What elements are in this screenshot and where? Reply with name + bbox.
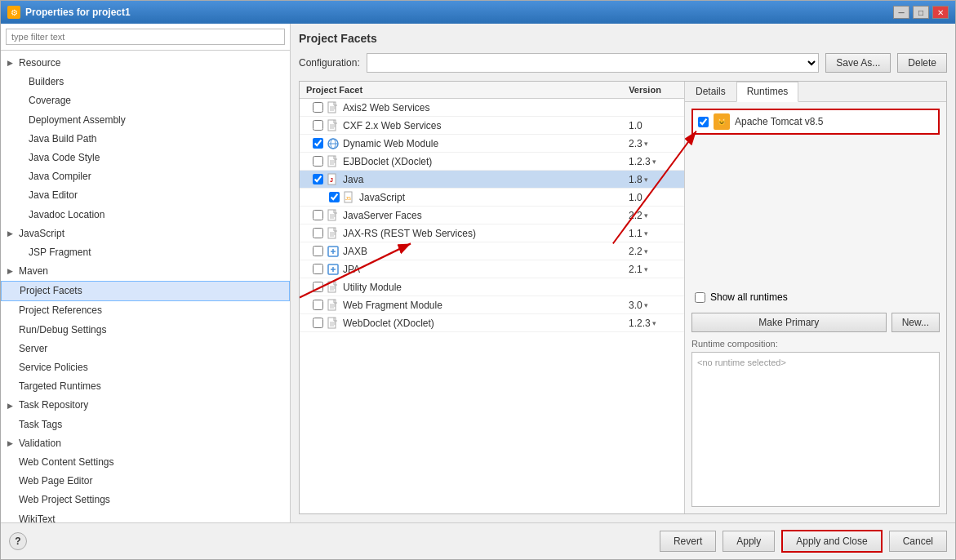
facet-checkbox[interactable]: [313, 228, 323, 238]
facet-checkbox[interactable]: [313, 156, 323, 167]
facet-row[interactable]: EJBDoclet (XDoclet) 1.2.3 ▾: [300, 153, 684, 171]
facet-type-icon: J: [327, 173, 340, 186]
nav-item-resource[interactable]: ▶Resource: [1, 54, 290, 73]
facet-row[interactable]: JAXB 2.2 ▾: [300, 242, 684, 260]
new-runtime-button[interactable]: New...: [892, 313, 940, 332]
version-dropdown-arrow[interactable]: ▾: [652, 319, 656, 327]
search-input[interactable]: [6, 29, 285, 45]
col-header-version: Version: [612, 85, 678, 95]
nav-item-deployment-assembly[interactable]: Deployment Assembly: [1, 111, 290, 130]
nav-item-web-project-settings[interactable]: Web Project Settings: [1, 491, 290, 509]
save-as-button[interactable]: Save As...: [825, 53, 891, 73]
runtime-checkbox[interactable]: [698, 117, 709, 127]
expand-arrow: ▶: [7, 265, 16, 277]
facet-row[interactable]: Web Fragment Module 3.0 ▾: [300, 296, 684, 314]
facet-checkbox[interactable]: [313, 264, 323, 274]
facet-version: 2.3 ▾: [629, 138, 678, 149]
facet-row[interactable]: Axis2 Web Services: [300, 99, 684, 117]
tab-details[interactable]: Details: [685, 82, 736, 101]
help-button[interactable]: ?: [9, 532, 27, 550]
apply-close-button[interactable]: Apply and Close: [781, 530, 882, 553]
cancel-button[interactable]: Cancel: [889, 531, 947, 552]
maximize-button[interactable]: □: [913, 6, 929, 19]
nav-item-label: Java Editor: [29, 188, 78, 203]
facet-type-icon: [327, 137, 340, 150]
nav-item-project-references[interactable]: Project References: [1, 301, 290, 320]
nav-item-label: Project Facets: [20, 283, 82, 299]
nav-item-label: Java Build Path: [29, 131, 96, 147]
close-button[interactable]: ✕: [932, 6, 949, 19]
nav-item-java-code-style[interactable]: Java Code Style: [1, 149, 290, 167]
facet-checkbox[interactable]: [329, 192, 340, 202]
nav-item-project-facets[interactable]: Project Facets: [1, 281, 290, 301]
version-dropdown-arrow[interactable]: ▾: [644, 265, 648, 273]
nav-item-builders[interactable]: Builders: [1, 73, 290, 91]
facet-checkbox[interactable]: [313, 246, 323, 256]
nav-item-java-editor[interactable]: Java Editor: [1, 186, 290, 205]
make-primary-button[interactable]: Make Primary: [691, 313, 887, 332]
tab-runtimes[interactable]: Runtimes: [736, 82, 799, 102]
facet-checkbox[interactable]: [313, 138, 323, 149]
svg-rect-0: [328, 102, 336, 113]
nav-item-web-page-editor[interactable]: Web Page Editor: [1, 472, 290, 491]
nav-item-wikitext[interactable]: WikiText: [1, 510, 290, 523]
facet-row[interactable]: JAX-RS (REST Web Services) 1.1 ▾: [300, 224, 684, 242]
facet-row[interactable]: Utility Module: [300, 278, 684, 296]
version-dropdown-arrow[interactable]: ▾: [644, 140, 648, 148]
version-dropdown-arrow[interactable]: ▾: [644, 229, 648, 238]
delete-button[interactable]: Delete: [897, 53, 947, 73]
apply-button[interactable]: Apply: [723, 531, 775, 552]
expand-arrow: ▶: [7, 57, 16, 69]
nav-item-javascript[interactable]: ▶JavaScript: [1, 224, 290, 243]
nav-item-maven[interactable]: ▶Maven: [1, 262, 290, 281]
show-all-row: Show all runtimes: [691, 288, 940, 306]
nav-item-validation[interactable]: ▶Validation: [1, 434, 290, 453]
bottom-right: Revert Apply Apply and Close Cancel: [660, 530, 947, 553]
facet-row[interactable]: J Java 1.8 ▾: [300, 171, 684, 189]
facet-row[interactable]: JavaServer Faces 2.2 ▾: [300, 207, 684, 224]
nav-item-javadoc-location[interactable]: Javadoc Location: [1, 206, 290, 224]
facet-name: JAX-RS (REST Web Services): [343, 228, 629, 239]
nav-item-label: Maven: [19, 264, 48, 279]
facet-version: 1.0: [629, 192, 678, 203]
col-header-facet: Project Facet: [306, 85, 612, 95]
nav-item-java-build-path[interactable]: Java Build Path: [1, 130, 290, 149]
nav-item-task-repository[interactable]: ▶Task Repository: [1, 396, 290, 415]
nav-item-label: Validation: [19, 436, 61, 451]
version-dropdown-arrow[interactable]: ▾: [644, 301, 648, 309]
nav-item-label: Server: [19, 341, 47, 357]
nav-item-run/debug-settings[interactable]: Run/Debug Settings: [1, 321, 290, 340]
version-dropdown-arrow[interactable]: ▾: [644, 247, 648, 256]
facet-checkbox[interactable]: [313, 102, 323, 113]
config-select[interactable]: [367, 53, 820, 73]
facet-row[interactable]: JPA 2.1 ▾: [300, 260, 684, 278]
facet-row[interactable]: JS JavaScript 1.0: [300, 189, 684, 207]
nav-item-java-compiler[interactable]: Java Compiler: [1, 167, 290, 186]
facet-name: Java: [343, 174, 629, 185]
facet-checkbox[interactable]: [313, 282, 323, 292]
facet-checkbox[interactable]: [313, 210, 323, 220]
nav-item-label: Run/Debug Settings: [19, 322, 106, 338]
facet-row[interactable]: CXF 2.x Web Services 1.0: [300, 117, 684, 135]
facet-type-icon: [327, 227, 340, 240]
nav-item-server[interactable]: Server: [1, 340, 290, 358]
facet-checkbox[interactable]: [313, 120, 323, 131]
nav-item-service-policies[interactable]: Service Policies: [1, 358, 290, 377]
version-dropdown-arrow[interactable]: ▾: [652, 158, 656, 166]
facet-row[interactable]: Dynamic Web Module 2.3 ▾: [300, 135, 684, 153]
nav-item-targeted-runtimes[interactable]: Targeted Runtimes: [1, 377, 290, 396]
revert-button[interactable]: Revert: [660, 531, 716, 552]
facet-checkbox[interactable]: [313, 300, 323, 310]
nav-item-web-content-settings[interactable]: Web Content Settings: [1, 453, 290, 472]
facet-checkbox[interactable]: [313, 174, 323, 184]
show-all-checkbox[interactable]: [695, 292, 705, 303]
version-dropdown-arrow[interactable]: ▾: [644, 176, 648, 184]
minimize-button[interactable]: ─: [893, 6, 909, 19]
nav-item-task-tags[interactable]: Task Tags: [1, 416, 290, 434]
nav-item-label: Builders: [29, 74, 64, 90]
facet-checkbox[interactable]: [313, 318, 323, 328]
facet-row[interactable]: WebDoclet (XDoclet) 1.2.3 ▾: [300, 314, 684, 332]
version-dropdown-arrow[interactable]: ▾: [644, 211, 648, 220]
nav-item-jsp-fragment[interactable]: JSP Fragment: [1, 243, 290, 262]
nav-item-coverage[interactable]: Coverage: [1, 91, 290, 110]
